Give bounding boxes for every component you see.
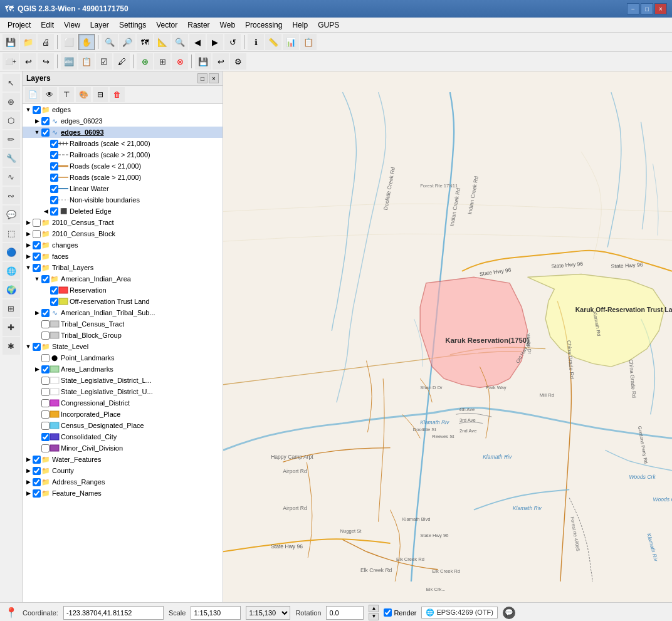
expand-edges-06023[interactable]: ▶ <box>33 117 41 125</box>
epsg-button[interactable]: 🌐 EPSG:4269 (OTF) <box>421 607 498 618</box>
check-congressional-district[interactable] <box>41 399 50 407</box>
layer-filter-button[interactable]: ⊤ <box>59 87 74 102</box>
check-census-block[interactable] <box>33 230 41 238</box>
check-button[interactable]: ☑ <box>96 53 112 70</box>
toolbox-btn-12[interactable]: 🌍 <box>3 281 20 298</box>
layer-tribal-sub[interactable]: ▶ ∿ American_Indian_Tribal_Sub... <box>23 307 223 318</box>
menu-edit[interactable]: Edit <box>36 19 59 31</box>
label-button[interactable]: 🔤 <box>61 53 77 70</box>
toolbox-btn-9[interactable]: ⬚ <box>3 224 20 242</box>
new-layer-button[interactable]: ⬜+ <box>3 53 19 70</box>
add-feature-button[interactable]: ⊞ <box>154 53 171 70</box>
layer-edges[interactable]: ▼ 📁 edges <box>23 104 223 115</box>
expand-changes[interactable]: ▶ <box>24 241 33 249</box>
layer-style-button[interactable]: 🎨 <box>76 87 91 102</box>
settings-button[interactable]: ⚙ <box>230 53 246 70</box>
toolbox-btn-5[interactable]: 🔧 <box>3 149 20 167</box>
layer-non-visible[interactable]: Non-visible boundaries <box>23 194 223 206</box>
expand-edges[interactable]: ▼ <box>24 105 33 114</box>
clipboard-button[interactable]: 📋 <box>300 34 317 50</box>
table-button[interactable]: 📋 <box>78 53 95 70</box>
layer-address-ranges[interactable]: ▶ 📁 Address_Ranges <box>23 476 223 488</box>
layer-congressional-district[interactable]: Congressional_District <box>23 397 223 409</box>
delete-feature-button[interactable]: ⊗ <box>172 53 188 70</box>
discard-button[interactable]: ↩ <box>213 53 229 70</box>
expand-tribal-sub[interactable]: ▶ <box>33 308 41 317</box>
check-linear-water[interactable] <box>50 185 58 193</box>
layer-roads-gt[interactable]: Roads (scale > 21,000) <box>23 172 223 183</box>
layer-tribal-block-group[interactable]: Tribal_Block_Group <box>23 330 223 341</box>
check-railroads-lt[interactable] <box>50 140 58 148</box>
measure-button[interactable]: 📏 <box>265 34 281 50</box>
redo-button[interactable]: ↪ <box>38 53 54 70</box>
check-census-tract[interactable] <box>33 219 41 227</box>
check-tribal-sub[interactable] <box>41 309 50 317</box>
expand-tribal-layers[interactable]: ▼ <box>24 263 33 272</box>
maximize-button[interactable]: □ <box>641 3 653 14</box>
rotation-input[interactable] <box>326 606 364 620</box>
layer-county[interactable]: ▶ 📁 County <box>23 465 223 476</box>
layer-state-level[interactable]: ▼ 📁 State_Level <box>23 341 223 352</box>
toolbox-btn-2[interactable]: ⊕ <box>3 93 20 110</box>
check-roads-lt[interactable] <box>50 162 58 170</box>
layer-edges-06093[interactable]: ▼ ∿ edges_06093 <box>23 127 223 138</box>
toolbox-btn-4[interactable]: ✏ <box>3 130 20 148</box>
zoom-out-button[interactable]: 🔎 <box>119 34 135 50</box>
check-off-reservation[interactable] <box>50 298 58 306</box>
check-census-designated-place[interactable] <box>41 422 50 430</box>
check-address-ranges[interactable] <box>33 478 41 486</box>
menu-vector[interactable]: Vector <box>151 19 182 31</box>
pan-button[interactable]: ✋ <box>78 34 95 50</box>
toolbox-btn-10[interactable]: 🔵 <box>3 243 20 261</box>
toolbox-btn-3[interactable]: ⬡ <box>3 112 20 129</box>
check-aia[interactable] <box>41 275 50 283</box>
map-canvas[interactable]: Karuk Reservation(1750) Karuk Off-Reserv… <box>223 71 672 602</box>
expand-water-features[interactable]: ▶ <box>24 455 33 464</box>
check-changes[interactable] <box>33 241 41 249</box>
layer-state-leg-dist-l[interactable]: State_Legislative_District_L... <box>23 375 223 386</box>
check-reservation[interactable] <box>50 286 58 295</box>
layer-roads-lt[interactable]: Roads (scale < 21,000) <box>23 160 223 172</box>
check-county[interactable] <box>33 467 41 475</box>
toolbox-btn-1[interactable]: ↖ <box>3 74 20 91</box>
layer-incorporated-place[interactable]: Incorporated_Place <box>23 409 223 420</box>
forward-button[interactable]: ▶ <box>207 34 223 50</box>
layer-point-landmarks[interactable]: ⬤ Point_Landmarks <box>23 352 223 363</box>
expand-state-level[interactable]: ▼ <box>24 342 33 351</box>
check-edges-06093[interactable] <box>41 128 50 137</box>
layer-american-indian-area[interactable]: ▼ 📁 American_Indian_Area <box>23 273 223 284</box>
check-feature-names[interactable] <box>33 489 41 498</box>
save-edits-button[interactable]: 💾 <box>195 53 211 70</box>
toolbox-btn-11[interactable]: 🌐 <box>3 262 20 279</box>
coordinate-input[interactable] <box>63 606 164 620</box>
refresh-button[interactable]: ↺ <box>224 34 241 50</box>
toolbox-btn-13[interactable]: ⊞ <box>3 300 20 317</box>
expand-edges-06093[interactable]: ▼ <box>33 128 41 137</box>
render-checkbox-container[interactable]: Render <box>384 608 416 617</box>
menu-processing[interactable]: Processing <box>240 19 287 31</box>
menu-project[interactable]: Project <box>3 19 36 31</box>
layer-reservation[interactable]: Reservation <box>23 284 223 296</box>
rotation-down-button[interactable]: ▼ <box>369 613 379 620</box>
layer-visibility-button[interactable]: 👁 <box>42 87 57 102</box>
menu-raster[interactable]: Raster <box>182 19 214 31</box>
layer-railroads-lt[interactable]: Railroads (scale < 21,000) <box>23 138 223 149</box>
scale-input[interactable] <box>191 606 241 620</box>
expand-census-block[interactable]: ▶ <box>24 229 33 238</box>
layer-remove-button[interactable]: 🗑 <box>110 87 125 102</box>
check-roads-gt[interactable] <box>50 174 58 182</box>
menu-settings[interactable]: Settings <box>114 19 151 31</box>
expand-deleted-edge[interactable]: ◀ <box>41 207 50 216</box>
layer-census-block[interactable]: ▶ 📁 2010_Census_Block <box>23 228 223 239</box>
open-button[interactable]: 📁 <box>20 34 36 50</box>
layers-close-button[interactable]: × <box>209 73 219 83</box>
layer-state-leg-dist-u[interactable]: State_Legislative_District_U... <box>23 386 223 397</box>
zoom-full-button[interactable]: 🗺 <box>137 34 153 50</box>
toolbox-btn-7[interactable]: ∾ <box>3 187 20 204</box>
add-layer-button[interactable]: 📄 <box>25 87 40 102</box>
layer-collapse-button[interactable]: ⊟ <box>93 87 108 102</box>
minimize-button[interactable]: − <box>627 3 639 14</box>
layer-railroads-gt[interactable]: Railroads (scale > 21,000) <box>23 149 223 160</box>
zoom-layer-button[interactable]: 📐 <box>154 34 171 50</box>
layer-water-features[interactable]: ▶ 📁 Water_Features <box>23 454 223 465</box>
